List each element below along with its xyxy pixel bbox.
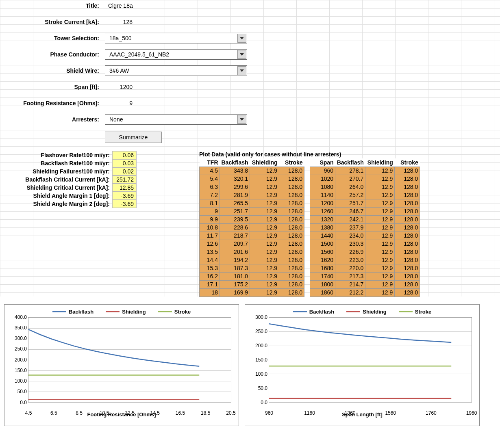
legend-shielding: Shielding xyxy=(346,309,387,315)
phase-conductor-value: AAAC_2049.5_61_NB2 xyxy=(105,51,237,58)
result-row: Shield Angle Margin 1 [deg]:-3.69 xyxy=(0,192,138,200)
table-row: 9251.712.9128.01260246.712.9128.0 xyxy=(200,207,420,215)
chart-legend: Backflash Shielding Stroke xyxy=(249,309,475,315)
table-row: 7.2281.912.9128.01140257.212.9128.0 xyxy=(200,191,420,199)
phase-conductor-dropdown[interactable]: AAAC_2049.5_61_NB2 xyxy=(105,49,247,60)
result-label: Shield Angle Margin 2 [deg]: xyxy=(0,201,112,207)
table-row: 4.5343.812.9128.0960278.112.9128.0 xyxy=(200,167,420,175)
result-label: Shield Angle Margin 1 [deg]: xyxy=(0,193,112,199)
result-row: Shielding Failures/100 mi/yr:0.02 xyxy=(0,167,138,175)
header-backflash-1: Backflash xyxy=(220,158,250,167)
header-stroke-1: Stroke xyxy=(279,158,304,167)
table-row: 8.1265.512.9128.01200251.712.9128.0 xyxy=(200,199,420,207)
arresters-label: Arresters: xyxy=(0,116,105,123)
header-shielding-1: Shielding xyxy=(250,158,279,167)
header-span: Span xyxy=(310,158,335,167)
arresters-value: None xyxy=(105,116,237,123)
plot-area: 0.050.0100.0150.0200.0250.0300.0350.0400… xyxy=(28,317,231,403)
plot-data-panel: Plot Data (valid only for cases without … xyxy=(199,151,500,297)
title-value[interactable]: Cigre 18a xyxy=(105,2,243,9)
table-row: 11.7218.712.9128.01440234.012.9128.0 xyxy=(200,232,420,240)
result-value: 0.06 xyxy=(112,151,137,159)
header-backflash-2: Backflash xyxy=(335,158,365,167)
table-row: 14.4194.212.9128.01620223.012.9128.0 xyxy=(200,256,420,264)
chevron-down-icon[interactable] xyxy=(237,66,246,75)
table-row: 18169.912.9128.01860212.212.9128.0 xyxy=(200,288,420,297)
table-row: 6.3299.612.9128.01080264.012.9128.0 xyxy=(200,183,420,191)
tower-selection-label: Tower Selection: xyxy=(0,35,105,41)
input-form: Title: Cigre 18a Stroke Current [kA]: 12… xyxy=(0,0,500,143)
header-stroke-2: Stroke xyxy=(395,158,420,167)
legend-stroke: Stroke xyxy=(158,309,191,315)
arresters-dropdown[interactable]: None xyxy=(105,114,247,125)
result-value: -3.69 xyxy=(112,192,137,200)
header-shielding-2: Shielding xyxy=(365,158,395,167)
shield-wire-label: Shield Wire: xyxy=(0,67,105,74)
result-value: 0.02 xyxy=(112,167,137,175)
span-value[interactable]: 1200 xyxy=(105,84,137,90)
table-row: 9.9239.512.9128.01320242.112.9128.0 xyxy=(200,215,420,223)
charts-row: Backflash Shielding Stroke Critical Curr… xyxy=(4,304,496,426)
table-row: 17.1175.212.9128.01800214.712.9128.0 xyxy=(200,280,420,288)
result-value: 0.03 xyxy=(112,159,137,167)
result-row: Flashover Rate/100 mi/yr:0.06 xyxy=(0,151,138,159)
tower-selection-value: 18a_500 xyxy=(105,35,237,41)
result-value: 251.72 xyxy=(112,175,137,184)
title-label: Title: xyxy=(0,2,105,9)
shield-wire-value: 3#6 AW xyxy=(105,67,237,74)
stroke-current-value[interactable]: 128 xyxy=(105,19,137,25)
footing-resistance-label: Footing Resistance [Ohms]: xyxy=(0,100,105,106)
result-label: Shielding Critical Current [kA]: xyxy=(0,184,112,191)
result-label: Backflash Rate/100 mi/yr: xyxy=(0,160,112,167)
table-row: 13.5201.612.9128.01560226.912.9128.0 xyxy=(200,248,420,256)
result-label: Backflash Critical Current [kA]: xyxy=(0,176,112,183)
stroke-current-label: Stroke Current [kA]: xyxy=(0,19,105,25)
result-label: Shielding Failures/100 mi/yr: xyxy=(0,168,112,175)
table-row: 5.4320.112.9128.01020270.712.9128.0 xyxy=(200,175,420,183)
summarize-button[interactable]: Summarize xyxy=(105,132,162,143)
table-row: 15.3187.312.9128.01680220.012.9128.0 xyxy=(200,264,420,272)
result-row: Backflash Rate/100 mi/yr:0.03 xyxy=(0,159,138,167)
chart-legend: Backflash Shielding Stroke xyxy=(9,309,235,315)
span-label: Span [ft]: xyxy=(0,84,105,90)
chart-span-length: Backflash Shielding Stroke Critical Curr… xyxy=(245,304,480,426)
legend-backflash: Backflash xyxy=(52,309,93,315)
table-row: 16.2181.012.9128.01740217.312.9128.0 xyxy=(200,272,420,280)
result-row: Shield Angle Margin 2 [deg]:-3.69 xyxy=(0,200,138,208)
results-panel: Flashover Rate/100 mi/yr:0.06Backflash R… xyxy=(0,151,138,297)
x-axis-label: Span Length [ft] xyxy=(249,411,475,418)
header-tfr: TFR xyxy=(200,158,220,167)
result-row: Shielding Critical Current [kA]:12.85 xyxy=(0,184,138,192)
plot-data-title: Plot Data (valid only for cases without … xyxy=(199,151,500,158)
legend-backflash: Backflash xyxy=(293,309,334,315)
result-value: -3.69 xyxy=(112,200,137,208)
chevron-down-icon[interactable] xyxy=(237,115,246,124)
legend-shielding: Shielding xyxy=(106,309,146,315)
legend-stroke: Stroke xyxy=(399,309,431,315)
chevron-down-icon[interactable] xyxy=(237,34,246,43)
chart-footing-resistance: Backflash Shielding Stroke Critical Curr… xyxy=(4,304,239,426)
plot-area: 0.050.0100.0150.0200.0250.0300.096011601… xyxy=(269,317,472,403)
result-value: 12.85 xyxy=(112,184,137,192)
chevron-down-icon[interactable] xyxy=(237,50,246,59)
table-row: 12.6209.712.9128.01500230.312.9128.0 xyxy=(200,240,420,248)
phase-conductor-label: Phase Conductor: xyxy=(0,51,105,58)
footing-resistance-value[interactable]: 9 xyxy=(105,100,137,106)
shield-wire-dropdown[interactable]: 3#6 AW xyxy=(105,65,247,76)
plot-data-table: TFR Backflash Shielding Stroke Span Back… xyxy=(199,158,420,297)
result-label: Flashover Rate/100 mi/yr: xyxy=(0,152,112,158)
table-row: 10.8228.612.9128.01380237.912.9128.0 xyxy=(200,223,420,232)
tower-selection-dropdown[interactable]: 18a_500 xyxy=(105,33,247,43)
result-row: Backflash Critical Current [kA]:251.72 xyxy=(0,175,138,184)
